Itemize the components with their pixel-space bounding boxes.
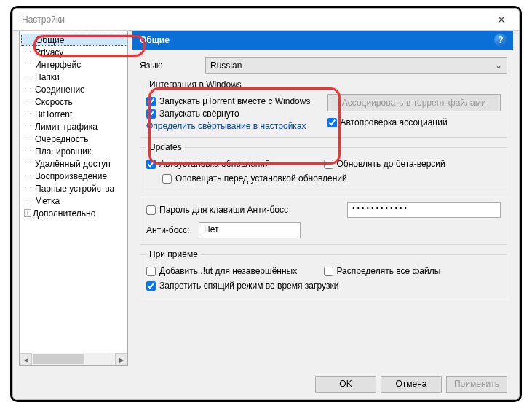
auto-update-checkbox[interactable]: Автоустановка обновлений bbox=[146, 159, 324, 169]
chevron-down-icon: ⌄ bbox=[495, 60, 502, 71]
beta-update-checkbox[interactable]: Обновлять до бета-версий bbox=[324, 159, 501, 169]
tree-item-label: Метка bbox=[35, 196, 60, 206]
tree-item-label: Парные устройства bbox=[35, 184, 114, 194]
tree-leaf-icon: ⋯ bbox=[24, 146, 31, 156]
tree-leaf-icon: ⋯ bbox=[24, 60, 31, 69]
tree-item-label: Соединение bbox=[35, 85, 85, 95]
prealloc-checkbox[interactable]: Распределять все файлы bbox=[324, 266, 501, 276]
integration-fieldset: Интеграция в Windows Запускать µTorrent … bbox=[140, 79, 507, 138]
tree-item-label: Общие bbox=[36, 35, 64, 45]
autocheck-assoc-checkbox[interactable]: Автопроверка ассоциаций bbox=[327, 117, 501, 128]
tree-item-label: Скорость bbox=[35, 97, 73, 107]
tree-leaf-icon: ⋯ bbox=[24, 72, 31, 82]
tree-item-4[interactable]: ⋯Соединение bbox=[21, 83, 127, 95]
receive-legend: При приёме bbox=[146, 249, 201, 259]
tree-item-label: Лимит трафика bbox=[35, 122, 98, 132]
antiboss-password-field[interactable]: •••••••••••• bbox=[347, 202, 501, 218]
antiboss-key-label: Анти-босс: bbox=[146, 225, 199, 235]
tree-item-label: Удалённый доступ bbox=[35, 159, 111, 169]
tree-leaf-icon: ⋯ bbox=[24, 85, 31, 94]
tree-expand-icon: + bbox=[24, 209, 31, 217]
tree-leaf-icon: ⋯ bbox=[24, 159, 31, 168]
tree-item-label: Планировщик bbox=[35, 146, 91, 157]
tree-item-1[interactable]: ⋯Privacy bbox=[21, 46, 127, 58]
tree-item-label: Воспроизведение bbox=[35, 171, 107, 181]
content-panel: Общие ? Язык: Russian ⌄ Интеграция в Win… bbox=[132, 31, 513, 370]
ok-button[interactable]: OK bbox=[315, 376, 376, 393]
associate-torrent-button[interactable]: Ассоциировать в торрент-файлами bbox=[327, 94, 501, 111]
updates-fieldset: Updates Автоустановка обновлений Обновля… bbox=[140, 142, 507, 192]
start-with-windows-checkbox[interactable]: Запускать µTorrent вместе с Windows bbox=[146, 96, 320, 106]
dialog-footer: OK Отмена Применить bbox=[315, 372, 507, 396]
tree-leaf-icon: ⋯ bbox=[25, 35, 31, 44]
content-heading: Общие bbox=[140, 35, 170, 45]
add-ut-checkbox[interactable]: Добавить .!ut для незавершённых bbox=[146, 266, 324, 276]
horizontal-scrollbar[interactable]: ◂ ▸ bbox=[20, 353, 127, 365]
notify-update-checkbox[interactable]: Оповещать перед установкой обновлений bbox=[162, 173, 501, 184]
language-value: Russian bbox=[210, 60, 242, 71]
tree-item-2[interactable]: ⋯Интерфейс bbox=[21, 58, 127, 71]
tree-item-8[interactable]: ⋯Очередность bbox=[21, 133, 127, 145]
tree-leaf-icon: ⋯ bbox=[24, 109, 31, 119]
updates-legend: Updates bbox=[146, 142, 185, 152]
category-tree[interactable]: ⋯Общие⋯Privacy⋯Интерфейс⋯Папки⋯Соединени… bbox=[19, 31, 128, 366]
tree-item-label: Privacy bbox=[35, 47, 63, 58]
tree-item-3[interactable]: ⋯Папки bbox=[21, 71, 127, 83]
tree-item-11[interactable]: ⋯Воспроизведение bbox=[21, 170, 127, 182]
minimize-settings-link[interactable]: Определить свёртывание в настройках bbox=[146, 121, 320, 131]
tree-item-6[interactable]: ⋯BitTorrent bbox=[21, 108, 127, 120]
tree-item-9[interactable]: ⋯Планировщик bbox=[21, 145, 127, 157]
receive-fieldset: При приёме Добавить .!ut для незавершённ… bbox=[140, 249, 507, 299]
tree-leaf-icon: ⋯ bbox=[24, 184, 31, 193]
tree-item-label: Дополнительно bbox=[33, 208, 95, 219]
tree-item-7[interactable]: ⋯Лимит трафика bbox=[21, 120, 127, 133]
tree-leaf-icon: ⋯ bbox=[24, 97, 31, 106]
antiboss-key-field[interactable]: Нет bbox=[199, 222, 301, 238]
tree-leaf-icon: ⋯ bbox=[24, 122, 31, 131]
settings-dialog: Настройки ⋯Общие⋯Privacy⋯Интерфейс⋯Папки… bbox=[12, 8, 520, 400]
tree-leaf-icon: ⋯ bbox=[24, 134, 31, 144]
integration-legend: Интеграция в Windows bbox=[146, 79, 245, 90]
content-header: Общие ? bbox=[132, 31, 513, 50]
language-dropdown[interactable]: Russian ⌄ bbox=[205, 57, 507, 74]
antiboss-fieldset: Пароль для клавиши Анти-босс •••••••••••… bbox=[140, 197, 507, 245]
scroll-right-button[interactable]: ▸ bbox=[115, 353, 127, 366]
close-button[interactable] bbox=[487, 9, 516, 30]
scroll-left-button[interactable]: ◂ bbox=[20, 353, 32, 366]
window-title: Настройки bbox=[22, 15, 65, 25]
tree-item-13[interactable]: ⋯Метка bbox=[21, 195, 127, 207]
scrollbar-track[interactable] bbox=[32, 353, 115, 365]
tree-item-5[interactable]: ⋯Скорость bbox=[21, 95, 127, 108]
tree-item-label: Очередность bbox=[35, 134, 88, 144]
tree-item-label: Интерфейс bbox=[35, 60, 81, 70]
tree-leaf-icon: ⋯ bbox=[24, 196, 31, 205]
cancel-button[interactable]: Отмена bbox=[381, 376, 442, 393]
language-label: Язык: bbox=[140, 60, 205, 71]
start-minimized-checkbox[interactable]: Запускать свёрнуто bbox=[146, 109, 320, 119]
tree-item-12[interactable]: ⋯Парные устройства bbox=[21, 182, 127, 195]
tree-leaf-icon: ⋯ bbox=[24, 171, 31, 181]
apply-button[interactable]: Применить bbox=[446, 376, 507, 393]
help-icon[interactable]: ? bbox=[494, 34, 507, 47]
scrollbar-thumb[interactable] bbox=[33, 354, 84, 364]
titlebar[interactable]: Настройки bbox=[13, 9, 519, 31]
tree-item-0[interactable]: ⋯Общие bbox=[21, 34, 127, 46]
tree-item-10[interactable]: ⋯Удалённый доступ bbox=[21, 157, 127, 170]
tree-leaf-icon: ⋯ bbox=[24, 47, 31, 57]
tree-item-label: BitTorrent bbox=[35, 109, 72, 119]
close-icon bbox=[498, 16, 505, 23]
tree-item-14[interactable]: +Дополнительно bbox=[21, 207, 127, 219]
no-standby-checkbox[interactable]: Запретить спящий режим во время загрузки bbox=[146, 280, 501, 291]
tree-item-label: Папки bbox=[35, 72, 60, 82]
antiboss-password-checkbox[interactable]: Пароль для клавиши Анти-босс bbox=[146, 205, 347, 215]
